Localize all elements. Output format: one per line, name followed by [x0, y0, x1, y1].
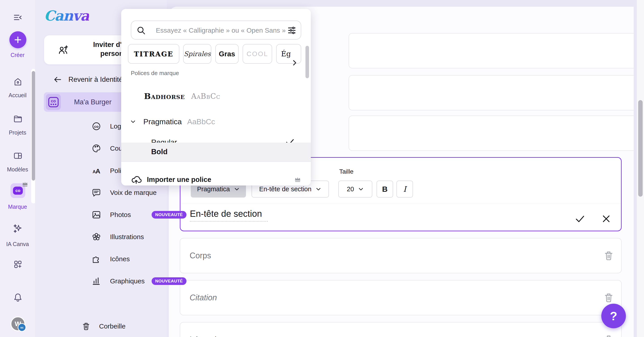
cancel-style-button[interactable] — [601, 214, 611, 224]
style-row-citation[interactable]: Citation — [180, 280, 622, 315]
style-row[interactable] — [348, 33, 644, 68]
rail-item-home[interactable]: Accueil — [0, 92, 35, 99]
font-name: Pragmatica — [143, 117, 182, 126]
chips-scroll-right-icon[interactable] — [291, 59, 298, 67]
new-badge: NOUVEAUTÉ — [152, 211, 186, 219]
font-sample: AaBbCc — [191, 92, 220, 101]
font-name: Badhorse — [144, 91, 185, 101]
delete-style-icon[interactable] — [603, 292, 614, 303]
canva-logo[interactable]: Canva — [44, 7, 89, 24]
style-row-label: Légende — [190, 323, 221, 337]
sidebar-item-label: Graphiques — [110, 277, 145, 285]
size-field-label: Taille — [339, 168, 354, 175]
sidebar-item-graphiques[interactable]: Graphiques — [92, 275, 145, 288]
chart-icon — [92, 277, 101, 286]
import-font-button[interactable]: Importer une police — [131, 173, 301, 185]
sidebar-item-icones[interactable]: Icônes — [92, 252, 130, 266]
style-row[interactable] — [348, 75, 644, 110]
sidebar-item-label: Illustrations — [110, 233, 144, 241]
main-scrollbar[interactable] — [637, 0, 644, 337]
avatar[interactable]: W sc — [10, 317, 25, 331]
rail-item-brand-tile[interactable]: co — [10, 183, 25, 198]
delete-style-icon[interactable] — [603, 334, 614, 337]
style-row[interactable] — [348, 115, 644, 151]
invite-people-icon — [58, 45, 69, 55]
palette-icon — [92, 144, 101, 153]
font-size-dropdown[interactable]: 20 — [338, 181, 372, 198]
delete-style-icon[interactable] — [603, 250, 614, 261]
main-scrollbar-thumb[interactable] — [638, 100, 643, 197]
style-row-legende[interactable]: Légende — [180, 322, 622, 337]
chevron-down-icon — [358, 186, 364, 192]
brand-kit-tile: co — [46, 94, 61, 110]
style-row-corps[interactable]: Corps — [180, 238, 622, 273]
crown-icon — [294, 177, 301, 183]
chip-spirales[interactable]: Spirales — [183, 44, 211, 64]
help-label: ? — [610, 309, 618, 323]
confirm-style-button[interactable] — [575, 214, 585, 224]
bold-button[interactable]: B — [376, 181, 393, 198]
flower-icon — [92, 232, 101, 242]
puzzle-icon — [92, 254, 101, 264]
rail-item-brand[interactable]: Marque — [0, 204, 35, 210]
sidebar-item-label: Corbeille — [99, 323, 126, 330]
close-icon — [601, 214, 611, 224]
font-style-bold[interactable]: Bold — [121, 143, 311, 161]
font-size-value: 20 — [347, 185, 354, 193]
chip-gras[interactable]: Gras — [215, 44, 238, 64]
trash-icon — [82, 322, 90, 331]
rail-scrollbar-thumb[interactable] — [32, 71, 35, 181]
style-sample-text: En-tête de section — [190, 209, 268, 219]
logos-icon: co — [92, 122, 101, 131]
style-row-label: Citation — [190, 281, 217, 315]
sidebar-item-photos[interactable]: Photos — [92, 208, 131, 222]
editor-divider — [181, 204, 620, 204]
create-button[interactable] — [10, 31, 26, 48]
rail-item-projects[interactable]: Projets — [0, 129, 35, 136]
italic-button[interactable]: I — [396, 181, 413, 198]
plus-icon — [14, 35, 22, 44]
sample-dotted-underline — [190, 221, 268, 222]
svg-text:A: A — [96, 167, 100, 175]
projects-icon[interactable] — [13, 114, 22, 123]
font-search-box[interactable] — [131, 20, 301, 39]
crown-icon — [22, 181, 28, 187]
sidebar-item-label: Photos — [110, 211, 131, 219]
brand-voice-icon — [92, 188, 101, 197]
svg-text:co: co — [94, 124, 98, 129]
panel-divider — [121, 161, 311, 162]
sparkles-icon[interactable] — [13, 224, 23, 234]
notifications-icon[interactable] — [13, 293, 22, 302]
check-icon — [575, 214, 585, 224]
font-sample: AaBbCc — [187, 117, 215, 126]
sidebar-item-trash[interactable]: Corbeille — [82, 320, 126, 333]
sidebar-item-voix[interactable]: Voix de marque — [92, 186, 156, 199]
font-list-item-badhorse[interactable]: Badhorse AaBbCc — [144, 89, 220, 103]
templates-icon[interactable] — [13, 151, 22, 160]
apps-icon[interactable] — [13, 260, 22, 269]
page-background-strip — [634, 0, 637, 337]
font-family-value: Pragmatica — [197, 185, 230, 193]
import-font-label: Importer une police — [147, 176, 211, 184]
font-list-item-pragmatica[interactable]: Pragmatica AaBbCc — [130, 114, 215, 129]
collapse-sidebar-button[interactable] — [13, 13, 22, 22]
chip-titrage[interactable]: TITRAGE — [128, 44, 179, 64]
rail-item-ai[interactable]: IA Canva — [0, 241, 35, 247]
help-button[interactable]: ? — [601, 304, 626, 328]
fonts-icon: AA — [92, 166, 101, 175]
new-badge: NOUVEAUTÉ — [152, 277, 186, 285]
rail-item-create-label[interactable]: Créer — [0, 52, 35, 58]
sidebar-item-illustrations[interactable]: Illustrations — [92, 230, 144, 244]
style-sample[interactable]: En-tête de section — [190, 209, 268, 222]
chip-cool[interactable]: COOL — [242, 44, 272, 64]
sidebar-item-label: Voix de marque — [110, 189, 156, 196]
filter-icon[interactable] — [287, 25, 297, 35]
rail-item-templates[interactable]: Modèles — [0, 166, 35, 173]
brand-fonts-section-label: Polices de marque — [131, 70, 179, 77]
avatar-team-badge: sc — [18, 323, 26, 332]
text-style-value: En-tête de section — [259, 185, 312, 193]
font-list-scrollbar-thumb[interactable] — [306, 46, 309, 78]
brand-kit-name: Ma'a Burger — [74, 92, 112, 112]
home-icon[interactable] — [13, 77, 22, 86]
brand-kit-logo: co — [48, 97, 58, 107]
